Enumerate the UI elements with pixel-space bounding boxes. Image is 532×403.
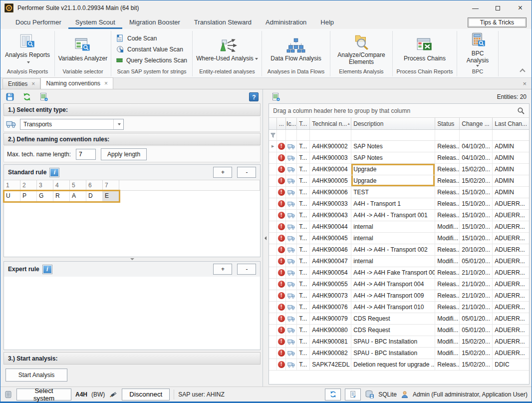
- variables-analyzer-button[interactable]: Variables Analyzer: [55, 36, 111, 63]
- grid-header-row: ... Ic... T... Technical n... ▲ Descript…: [269, 118, 529, 130]
- table-row[interactable]: ! T... A4HK900073 A4H -> A4H Transport 0…: [269, 290, 529, 302]
- help-icon[interactable]: ?: [249, 92, 259, 101]
- disconnect-button[interactable]: Disconnect: [122, 389, 170, 401]
- close-button[interactable]: ×: [509, 0, 532, 15]
- rule-cell[interactable]: U: [4, 191, 20, 202]
- rule-cell[interactable]: D: [86, 191, 103, 202]
- apply-length-button[interactable]: Apply length: [101, 148, 147, 160]
- group-by-bar[interactable]: Drag a column header here to group by th…: [269, 104, 529, 118]
- filter-cell[interactable]: [286, 130, 297, 140]
- table-row[interactable]: ! T... A4HK900045 internal Modifi... 15/…: [269, 233, 529, 244]
- column-header-status[interactable]: Status: [435, 118, 460, 129]
- rule-cell[interactable]: P: [20, 191, 37, 202]
- start-analysis-button[interactable]: Start Analysis: [5, 369, 67, 382]
- remove-expert-rule-button[interactable]: -: [237, 264, 256, 275]
- filter-cell[interactable]: [310, 130, 351, 140]
- table-row[interactable]: ! T... A4HK900044 internal Modifi... 15/…: [269, 221, 529, 233]
- info-icon[interactable]: i: [42, 265, 52, 274]
- rule-cell[interactable]: R: [53, 191, 70, 202]
- filter-cell[interactable]: [460, 130, 493, 140]
- table-row[interactable]: ! T... A4HK900047 internal Modifi... 05/…: [269, 256, 529, 267]
- table-row[interactable]: ! T... A4HK900003 SAP Notes Releas... 04…: [269, 152, 529, 164]
- filter-button[interactable]: [269, 130, 277, 140]
- change-date-cell: 15/02/20...: [460, 336, 493, 347]
- tab-migration-booster[interactable]: Migration Booster: [122, 16, 187, 29]
- close-icon[interactable]: ×: [104, 80, 108, 87]
- filter-cell[interactable]: [297, 130, 310, 140]
- select-system-button[interactable]: Select system: [16, 389, 71, 401]
- table-row[interactable]: ! T... A4HK900005 Upgrade Releas... 15/0…: [269, 175, 529, 187]
- table-row[interactable]: ! T... A4HK900046 A4H -> A4H - Transport…: [269, 244, 529, 256]
- column-header-change-date[interactable]: Change ...: [460, 118, 493, 129]
- vertical-splitter[interactable]: [263, 89, 268, 387]
- table-row[interactable]: ! T... A4HK900054 A4H -> A4H Fake Transp…: [269, 267, 529, 279]
- last-changed-cell: ADUERR...: [493, 267, 529, 278]
- where-used-analysis-button[interactable]: Where-Used Analysis: [193, 36, 261, 63]
- table-row[interactable]: ! T... A4HK900082 SPAU - BPC Installatio…: [269, 348, 529, 359]
- tab-docu-performer[interactable]: Docu Performer: [8, 16, 68, 29]
- table-row[interactable]: ! T... A4HK900006 TEST Releas... 15/10/2…: [269, 187, 529, 198]
- log-button[interactable]: [345, 389, 361, 401]
- group-caption-variable-selector: Variable selector: [55, 68, 111, 77]
- close-panel-icon[interactable]: ×: [523, 80, 527, 87]
- variables-analyzer-label: Variables Analyzer: [58, 55, 108, 62]
- status-cell: Releas...: [435, 267, 460, 278]
- maximize-button[interactable]: [487, 0, 509, 15]
- max-length-input[interactable]: [76, 149, 96, 160]
- minimize-button[interactable]: —: [464, 0, 487, 15]
- column-header-dots[interactable]: ...: [277, 118, 286, 129]
- table-row[interactable]: ! T... SAPK742EDL Deletion request for u…: [269, 359, 529, 371]
- rule-cell[interactable]: G: [37, 191, 53, 202]
- filter-cell[interactable]: [351, 130, 435, 140]
- column-header-type[interactable]: T...: [297, 118, 310, 129]
- rule-cell[interactable]: A: [70, 191, 86, 202]
- filter-cell[interactable]: [435, 130, 460, 140]
- refresh-icon[interactable]: [22, 92, 31, 101]
- excel-export-icon[interactable]: [39, 92, 48, 101]
- collapse-ribbon-icon[interactable]: [520, 68, 525, 74]
- add-expert-rule-button[interactable]: +: [213, 264, 232, 275]
- query-selections-scan-button[interactable]: Query Selections Scan: [116, 56, 187, 64]
- table-row[interactable]: ! T... A4HK900079 CDS Request Modifi... …: [269, 313, 529, 325]
- column-header-icon[interactable]: Ic...: [286, 118, 297, 129]
- tab-system-scout[interactable]: System Scout: [68, 16, 122, 29]
- table-row[interactable]: ! T... A4HK900080 CDS Request Modifi... …: [269, 325, 529, 336]
- technical-name-cell: A4HK900047: [310, 256, 351, 267]
- tab-naming-conventions[interactable]: Naming conventions ×: [40, 77, 113, 89]
- rule-cell-selected[interactable]: E: [103, 191, 119, 202]
- analyze-compare-elements-button[interactable]: Analyze/Compare Elements: [330, 33, 392, 66]
- filter-cell[interactable]: [493, 130, 529, 140]
- table-row[interactable]: ! T... A4HK900043 A4H -> A4H - Transport…: [269, 210, 529, 221]
- tab-administration[interactable]: Administration: [259, 16, 313, 29]
- constant-value-scan-button[interactable]: Constant Value Scan: [116, 45, 187, 53]
- code-scan-button[interactable]: Code Scan: [116, 34, 187, 42]
- table-row[interactable]: ▶ ! T... A4HK900002 SAP Notes Releas... …: [269, 141, 529, 152]
- entity-type-dropdown[interactable]: Transports: [20, 119, 124, 130]
- tab-help[interactable]: Help: [313, 16, 341, 29]
- table-row[interactable]: ! T... A4HK900055 A4H -> A4H Transport 0…: [269, 279, 529, 290]
- table-row[interactable]: ! T... A4HK900081 SPAU - BPC Installatio…: [269, 336, 529, 348]
- excel-export-icon[interactable]: [271, 92, 280, 101]
- data-flow-analysis-button[interactable]: Data Flow Analysis: [267, 36, 324, 63]
- process-chains-button[interactable]: Process Chains: [401, 36, 449, 63]
- bpc-analysis-button[interactable]: BPC Analysis: [457, 31, 498, 68]
- tab-translation-steward[interactable]: Translation Steward: [187, 16, 259, 29]
- horizontal-splitter[interactable]: [3, 257, 261, 261]
- table-row[interactable]: ! T... A4HK900004 Upgrade Releas... 15/0…: [269, 164, 529, 175]
- sync-button[interactable]: [325, 389, 341, 401]
- search-icon[interactable]: [517, 107, 525, 115]
- column-header-technical-name[interactable]: Technical n... ▲: [310, 118, 351, 129]
- table-row[interactable]: ! T... A4HK900033 A4H - Transport 1 Rele…: [269, 198, 529, 210]
- analysis-reports-button[interactable]: Analysis Reports: [0, 33, 54, 66]
- remove-column-button[interactable]: -: [237, 167, 256, 178]
- tips-and-tricks-button[interactable]: Tips & Tricks: [468, 17, 527, 27]
- column-header-description[interactable]: Description: [351, 118, 435, 129]
- close-icon[interactable]: ×: [31, 80, 35, 87]
- filter-cell[interactable]: [277, 130, 286, 140]
- info-icon[interactable]: i: [49, 168, 59, 177]
- tab-entities[interactable]: Entities ×: [2, 78, 40, 89]
- column-header-last-changed[interactable]: Last Chan...: [493, 118, 529, 129]
- save-icon[interactable]: [5, 92, 14, 101]
- add-column-button[interactable]: +: [213, 167, 232, 178]
- table-row[interactable]: ! T... A4HK900076 A4H -> A4H Transport 0…: [269, 302, 529, 313]
